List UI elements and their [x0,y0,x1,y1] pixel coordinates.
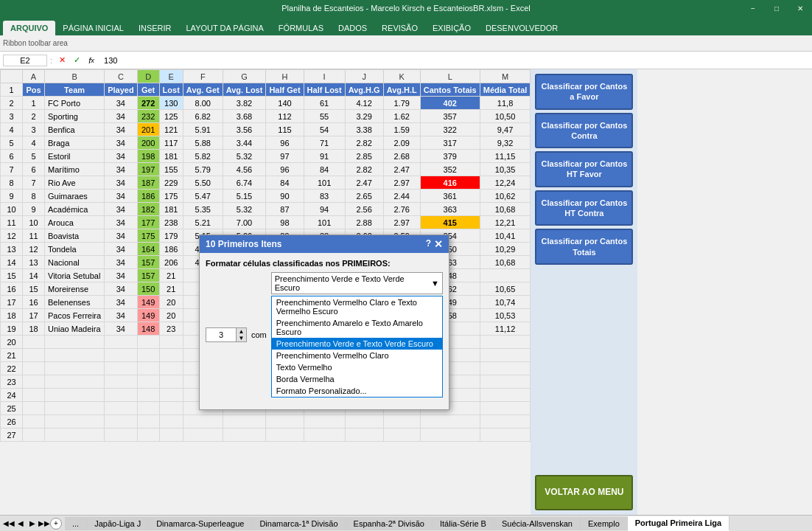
format-dropdown[interactable]: Preenchimento Verde e Texto Verde Escuro… [271,272,443,294]
btn-cantos-favor[interactable]: Classificar por Cantos a Favor [535,74,633,110]
title-text: Planilha de Escanteios - Marcelo Kirsch … [281,4,530,13]
sheet-add-button[interactable]: + [50,518,62,530]
dropdown-arrow-icon: ▼ [431,279,439,288]
col-header-a: A [23,70,45,83]
sheet-nav-last[interactable]: ▶▶ [38,518,50,530]
format-option-1[interactable]: Preenchimento Vermelho Claro e Texto Ver… [272,296,442,317]
maximize-button[interactable]: □ [765,0,788,16]
spinner-up-button[interactable]: ▲ [236,328,246,335]
table-row: 7 6 Marítimo 34 197 155 5.79 4.56 96 84 … [1,163,531,176]
avg-lost[interactable]: 3.82 [223,97,266,110]
header-get: Get [137,83,159,97]
dialog-help-icon[interactable]: ? [426,238,431,250]
sheet-tab-italia[interactable]: Itália-Série B [433,517,494,530]
tab-formulas[interactable]: FÓRMULAS [271,21,331,35]
tab-dados[interactable]: DADOS [331,21,374,35]
table-row: 6 5 Estoril 34 198 181 5.82 5.32 97 91 2… [1,150,531,163]
empty-row: 27 [1,428,531,442]
sheet-nav: ◀◀ ◀ ▶ ▶▶ + [0,518,65,530]
row-num: 2 [1,97,23,110]
dialog-close-icon[interactable]: ✕ [434,238,443,250]
dialog-title-buttons: ? ✕ [426,238,443,250]
table-row: 10 9 Académica 34 182 181 5.35 5.32 87 9… [1,203,531,216]
sheet-tabs-bar: ◀◀ ◀ ▶ ▶▶ + ... Japão-Liga J Dinamarca-S… [0,515,812,531]
tab-inserir[interactable]: INSERIR [131,21,179,35]
ribbon-content: Ribbon toolbar area [0,35,812,52]
tab-desenvolvedor[interactable]: DESENVOLVEDOR [478,21,565,35]
btn-cantos-ht-favor[interactable]: Classificar por Cantos HT Favor [535,151,633,187]
sheet-tab-dinamarca-1[interactable]: Dinamarca-1ª Divisão [252,517,346,530]
col-header-g: G [223,70,266,83]
header-played: Played [105,83,137,97]
played[interactable]: 34 [105,97,137,110]
spinner-input[interactable] [206,329,236,341]
get[interactable]: 272 [137,97,159,110]
cell-reference[interactable] [3,55,47,66]
right-panel: Classificar por Cantos a Favor Classific… [531,69,637,515]
col-header-h: H [266,70,304,83]
media[interactable]: 11,8 [480,97,531,110]
format-option-4[interactable]: Preenchimento Vermelho Claro [272,350,442,361]
tab-exibicao[interactable]: EXIBIÇÃO [425,21,478,35]
half-get[interactable]: 140 [266,97,304,110]
header-avglost: Avg. Lost [223,83,266,97]
table-row: 11 10 Arouca 34 177 238 5.21 7.00 98 101… [1,216,531,229]
sheet-nav-next[interactable]: ▶ [27,518,38,530]
dialog-body: Formatar células classificadas nos PRIME… [200,253,449,409]
lost[interactable]: 130 [159,97,183,110]
header-row: 1 Pos Team Played Get Lost Avg. Get Avg.… [1,83,531,97]
dialog-spinner: ▲ ▼ [206,327,247,342]
table-row: 5 4 Braga 34 200 117 5.88 3.44 96 71 2.8… [1,136,531,150]
title-bar: Planilha de Escanteios - Marcelo Kirsch … [0,0,812,16]
minimize-button[interactable]: − [741,0,765,16]
col-header-i: I [304,70,345,83]
tab-revisao[interactable]: REVISÃO [374,21,425,35]
format-option-6[interactable]: Borda Vermelha [272,373,442,385]
btn-cantos-ht-contra[interactable]: Classificar por Cantos HT Contra [535,190,633,226]
sheet-tab-dinamarca-super[interactable]: Dinamarca-Superleague [149,517,252,530]
sheet-tab-espanha[interactable]: Espanha-2ª Divisão [346,517,433,530]
half-lost[interactable]: 61 [304,97,345,110]
sheet-tab-portugal[interactable]: Portugal Primeira Liga [628,516,729,531]
btn-cantos-contra[interactable]: Classificar por Cantos Contra [535,113,633,149]
col-header-e: E [159,70,183,83]
btn-voltar-menu[interactable]: VOLTAR AO MENU [535,475,633,510]
sheet-tab-japan[interactable]: Japão-Liga J [87,517,149,530]
sheet-tab-suecia[interactable]: Suécia-Allsvenskan [494,517,581,530]
format-option-5[interactable]: Texto Vermelho [272,361,442,373]
tab-layout[interactable]: LAYOUT DA PÁGINA [179,21,271,35]
sheet-tab-exemplo[interactable]: Exemplo [581,517,628,530]
format-option-2[interactable]: Preenchimento Amarelo e Texto Amarelo Es… [272,317,442,338]
header-halflost: Half Lost [304,83,345,97]
avg-hg[interactable]: 4.12 [345,97,383,110]
cancel-icon[interactable]: ✕ [55,54,69,67]
col-header-k: K [383,70,420,83]
function-icon[interactable]: fx [85,54,98,67]
sheet-nav-prev[interactable]: ◀ [15,518,27,530]
row-num-1: 1 [1,83,23,97]
tab-pagina-inicial[interactable]: PÁGINA INICIAL [55,21,131,35]
tab-arquivo[interactable]: ARQUIVO [3,21,55,35]
format-option-3[interactable]: Preenchimento Verde e Texto Verde Escuro [272,338,442,350]
confirm-icon[interactable]: ✓ [70,54,83,67]
cantos[interactable]: 402 [420,97,480,110]
spinner-down-button[interactable]: ▼ [236,335,246,341]
table-row: 2 1 FC Porto 34 272 130 8.00 3.82 140 61… [1,97,531,110]
sheet-tab-dots[interactable]: ... [65,517,87,530]
team[interactable]: FC Porto [45,97,105,110]
formula-input[interactable] [101,55,809,66]
table-row: 4 3 Benfica 34 201 121 5.91 3.56 115 54 … [1,123,531,136]
window-controls[interactable]: − □ ✕ [741,0,812,16]
format-option-7[interactable]: Formato Personalizado... [272,385,442,397]
avg-get[interactable]: 8.00 [183,97,223,110]
pos[interactable]: 1 [23,97,45,110]
format-dropdown-container: Preenchimento Verde e Texto Verde Escuro… [271,272,443,398]
btn-cantos-totais[interactable]: Classificar por Cantos Totais [535,229,633,265]
formula-separator: : [50,56,52,65]
col-header-j: J [345,70,383,83]
avg-hl[interactable]: 1.79 [383,97,420,110]
close-button[interactable]: ✕ [788,0,812,16]
col-header-f: F [183,70,223,83]
formula-bar: : ✕ ✓ fx [0,52,812,69]
sheet-nav-first[interactable]: ◀◀ [3,518,15,530]
